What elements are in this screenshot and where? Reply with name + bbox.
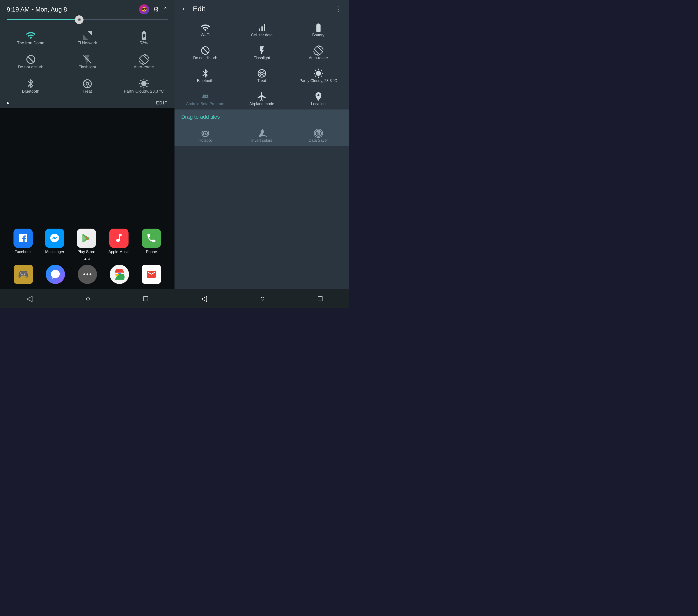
drag-section-title: Drag to add tiles [181,114,220,120]
app-phone[interactable]: Phone [142,228,161,254]
edit-tile-dnd[interactable]: Do not disturb [177,41,234,64]
edit-tile-battery[interactable]: Battery [290,18,347,41]
edit-cellular-label: Cellular data [251,33,273,37]
tile-battery-label: 53% [140,41,148,45]
phone-icon [142,228,161,248]
tile-weather[interactable]: Partly Cloudy, 23.3 °C [115,73,172,97]
edit-airplane-label: Airplane mode [249,101,274,106]
edit-tile-location[interactable]: Location [290,87,347,110]
chevron-up-icon[interactable]: ⌃ [163,6,168,13]
weather-icon [139,79,149,89]
tile-bluetooth-label: Bluetooth [22,89,40,94]
edit-android-beta-icon [200,92,210,101]
app-gmail[interactable] [142,265,161,284]
tile-weather-label: Partly Cloudy, 23.3 °C [124,89,164,94]
avatar[interactable]: 😎 [139,4,149,14]
playstore-icon [77,228,96,248]
tile-signal[interactable]: Fi Network [59,25,115,49]
brightness-row: ✺ [0,17,174,25]
messenger-icon [45,228,64,248]
facebook-icon [13,228,33,248]
flashlight-icon [82,54,93,65]
applemusic-icon [109,228,128,248]
right-nav-back-button[interactable]: ◁ [194,291,214,305]
brightness-thumb[interactable]: ✺ [75,15,84,24]
facebook-label: Facebook [15,250,31,254]
drag-hotspot-label: Hotspot [198,138,212,143]
right-nav-bar: ◁ ○ □ [174,289,349,308]
svg-point-3 [85,81,90,86]
tile-dnd[interactable]: Do not disturb [2,49,59,73]
edit-battery-icon [313,23,323,33]
edit-tile-wifi[interactable]: Wi-Fi [177,18,234,41]
playstore-label: Play Store [78,250,95,254]
settings-icon[interactable]: ⚙ [153,5,159,13]
edit-tile-autorotate[interactable]: Auto-rotate [290,41,347,64]
app-dots[interactable] [78,265,97,284]
nav-home-button[interactable]: ○ [79,292,97,305]
tile-treat[interactable]: Treat [59,73,115,97]
right-nav-recent-button[interactable]: □ [310,292,330,305]
tile-wifi[interactable]: The Iron Dome [2,25,59,49]
edit-battery-label: Battery [312,33,324,37]
back-button[interactable]: ← [181,5,188,13]
edit-button[interactable]: EDIT [156,101,168,106]
nav-recent-button[interactable]: □ [136,292,155,305]
sticker-app-icon: 🎮 [14,265,33,284]
app-row-2: 🎮 [0,262,174,289]
app-playstore[interactable]: Play Store [77,228,96,254]
app-chrome[interactable] [110,265,129,284]
svg-point-10 [259,71,264,76]
tile-dnd-label: Do not disturb [18,65,44,70]
svg-point-2 [86,82,88,85]
edit-airplane-icon [257,92,267,101]
edit-tile-treat[interactable]: Treat [234,64,290,86]
page-dot-2 [88,258,90,260]
edit-tile-weather[interactable]: Partly Cloudy, 23.3 °C [290,64,347,86]
edit-tile-cellular[interactable]: Cellular data [234,18,290,41]
app-mess2[interactable] [46,265,65,284]
app-facebook[interactable]: Facebook [13,228,33,254]
edit-wifi-icon [200,23,210,33]
brightness-track[interactable]: ✺ [7,19,168,20]
app-messenger[interactable]: Messenger [45,228,64,254]
tile-flashlight[interactable]: Flashlight [59,49,115,73]
edit-android-beta-label: Android Beta Program [186,101,224,106]
app-drawer: Facebook Messenger Play Store Apple Musi… [0,108,174,289]
more-button[interactable]: ⋮ [336,5,342,13]
edit-tile-flashlight[interactable]: Flashlight [234,41,290,64]
drag-tile-invert[interactable]: Invert colors [234,124,290,146]
edit-weather-label: Partly Cloudy, 23.3 °C [299,79,337,83]
left-nav-bar: ◁ ○ □ [0,289,174,308]
gmail-app-icon [142,265,161,284]
edit-tile-android-beta[interactable]: Android Beta Program [177,87,234,110]
status-icons: 😎 ⚙ ⌃ [139,4,168,14]
tile-battery[interactable]: 53% [115,25,172,49]
drag-tile-datasaver[interactable]: Data Saver [290,124,347,146]
drag-tile-hotspot[interactable]: Hotspot [177,124,234,146]
tile-autorotate-label: Auto-rotate [134,65,154,70]
nav-back-button[interactable]: ◁ [19,291,40,305]
wifi-icon [26,30,36,41]
applemusic-label: Apple Music [108,250,129,254]
edit-bluetooth-label: Bluetooth [197,79,213,83]
edit-autorotate-label: Auto-rotate [309,56,328,60]
edit-row: EDIT [0,97,174,108]
app-applemusic[interactable]: Apple Music [108,228,129,254]
edit-tiles-grid: Wi-Fi Cellular data Battery Do not distu… [174,18,349,110]
edit-location-label: Location [311,101,326,106]
edit-treat-label: Treat [257,79,266,83]
right-nav-home-button[interactable]: ○ [253,292,272,305]
edit-tile-bluetooth[interactable]: Bluetooth [177,64,234,86]
edit-autorotate-icon [313,45,323,56]
page-dots [0,256,174,262]
edit-flashlight-label: Flashlight [253,56,270,60]
dnd-icon [26,54,36,65]
edit-location-icon [313,92,323,101]
app-sticker[interactable]: 🎮 [14,265,33,284]
bluetooth-icon [26,79,36,89]
tile-bluetooth[interactable]: Bluetooth [2,73,59,97]
tile-autorotate[interactable]: Auto-rotate [115,49,172,73]
edit-tile-airplane[interactable]: Airplane mode [234,87,290,110]
tile-treat-label: Treat [83,89,92,94]
